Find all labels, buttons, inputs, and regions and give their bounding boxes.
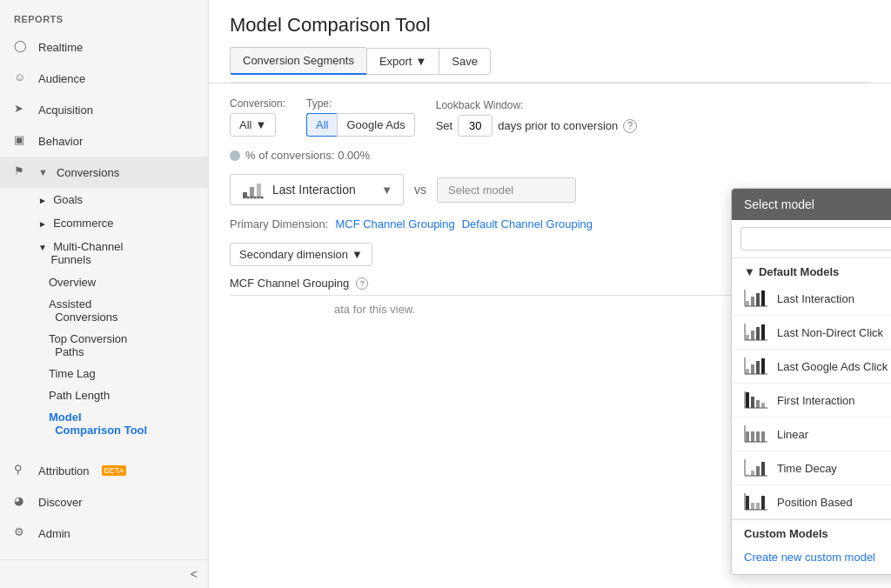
sidebar-subsub-timelag[interactable]: Time Lag [0, 363, 208, 384]
popup-item-first-interaction[interactable]: First Interaction 📋 [732, 384, 891, 418]
popup-item-time-decay[interactable]: Time Decay 📋 [732, 451, 891, 485]
svg-rect-17 [751, 331, 754, 340]
svg-point-5 [247, 197, 250, 199]
last-google-ads-icon [744, 357, 768, 376]
popup-item-last-google-ads[interactable]: Last Google Ads Click [732, 350, 891, 384]
sidebar-subsub-toppath[interactable]: Top Conversion Paths [0, 328, 208, 363]
model2-selector[interactable]: Select model [437, 177, 576, 203]
sidebar-subsub-overview[interactable]: Overview [0, 271, 208, 293]
popup-item-label: Last Google Ads Click [777, 360, 891, 373]
svg-rect-31 [761, 403, 765, 408]
svg-rect-2 [257, 184, 261, 197]
popup-item-position-based[interactable]: Position Based 📋 [732, 485, 891, 519]
dimension-label: Primary Dimension: [230, 217, 328, 231]
sidebar-subsub-pathlength[interactable]: Path Length [0, 384, 208, 406]
create-custom-model-link[interactable]: Create new custom model [732, 544, 891, 574]
filters-row: Conversion: All ▼ Type: All Google Ads L… [230, 97, 870, 137]
sidebar-item-behavior[interactable]: ▣ Behavior [0, 125, 208, 157]
sidebar-item-label: Audience [38, 72, 85, 85]
svg-rect-16 [746, 335, 749, 340]
svg-rect-10 [746, 301, 749, 306]
svg-rect-34 [746, 431, 749, 442]
conversion-segments-button[interactable]: Conversion Segments [230, 47, 366, 75]
position-based-icon [744, 492, 768, 511]
custom-models-label: Custom Models [732, 519, 891, 544]
sidebar-bottom: < [0, 559, 208, 588]
popup-item-last-non-direct[interactable]: Last Non-Direct Click 📋 [732, 316, 891, 350]
popup-item-last-interaction[interactable]: Last Interaction 📋 [732, 282, 891, 316]
svg-rect-30 [756, 400, 760, 408]
popup-item-label: Time Decay [777, 462, 891, 475]
percent-row: % of conversions: 0.00% [230, 149, 870, 162]
popup-item-label: Last Interaction [777, 292, 891, 305]
svg-rect-28 [746, 392, 749, 408]
collapse-arrow-icon: ▼ [744, 265, 755, 278]
flag-icon: ⚑ [14, 164, 30, 180]
sidebar-item-conversions[interactable]: ⚑ ▼ Conversions [0, 157, 208, 188]
percent-dot [230, 150, 240, 161]
help-icon[interactable]: ? [623, 119, 637, 133]
sidebar-item-label: Admin [38, 527, 70, 540]
sidebar-collapse-button[interactable]: < [0, 560, 208, 588]
sidebar-item-admin[interactable]: ⚙ Admin [0, 518, 208, 549]
person-icon: ☺ [14, 70, 30, 86]
sidebar-item-realtime[interactable]: ◯ Realtime [0, 31, 208, 63]
sidebar-sub-multichannel[interactable]: ▼ Multi-Channel Funnels [0, 235, 208, 271]
last-interaction-icon [744, 289, 768, 308]
save-button[interactable]: Save [439, 48, 491, 75]
default-channel-link[interactable]: Default Channel Grouping [462, 217, 593, 231]
main-header: Model Comparison Tool Conversion Segment… [209, 0, 891, 84]
sidebar-item-label: Behavior [38, 135, 83, 148]
conversion-dropdown[interactable]: All ▼ [230, 113, 276, 137]
time-decay-icon [744, 458, 768, 478]
svg-rect-37 [761, 431, 765, 442]
page-title: Model Comparison Tool [230, 14, 870, 37]
vs-label: vs [414, 183, 426, 197]
toolbar: Conversion Segments Export ▼ Save [230, 47, 870, 75]
chevron-down-icon: ▼ [255, 118, 266, 131]
layout-icon: ▣ [14, 133, 30, 149]
table-help-icon[interactable]: ? [356, 277, 368, 290]
lookback-prefix: Set [436, 119, 453, 132]
popup-item-linear[interactable]: Linear 📋 [732, 418, 891, 451]
sidebar-item-audience[interactable]: ☺ Audience [0, 63, 208, 94]
svg-rect-49 [761, 496, 765, 510]
model1-name: Last Interaction [272, 183, 356, 197]
svg-rect-36 [756, 431, 760, 442]
svg-point-6 [251, 197, 253, 199]
secondary-dimension-button[interactable]: Secondary dimension ▼ [230, 243, 372, 266]
sidebar-item-acquisition[interactable]: ➤ Acquisition [0, 94, 208, 125]
type-label: Type: [306, 97, 415, 110]
first-interaction-icon [744, 391, 768, 410]
lookback-suffix: days prior to conversion [498, 119, 618, 132]
sidebar-item-label: Attribution [38, 464, 90, 478]
export-button[interactable]: Export ▼ [366, 48, 439, 75]
sidebar-subsub-modelcomp[interactable]: Model Comparison Tool [0, 406, 208, 441]
sidebar-sub-ecommerce[interactable]: ► Ecommerce [0, 211, 208, 235]
sidebar-item-attribution[interactable]: ⚲ Attribution BETA [0, 455, 208, 486]
clock-icon: ◯ [14, 39, 30, 55]
sidebar-sub-goals[interactable]: ► Goals [0, 188, 208, 211]
model1-selector[interactable]: Last Interaction ▼ [230, 174, 404, 205]
svg-rect-46 [746, 496, 749, 510]
attribution-badge: BETA [102, 465, 127, 476]
acquisition-icon: ➤ [14, 102, 30, 117]
sidebar-subsub-assisted[interactable]: Assisted Conversions [0, 293, 208, 328]
popup-search-input[interactable] [740, 227, 891, 251]
svg-rect-25 [761, 358, 765, 374]
default-models-section: ▼ Default Models [732, 258, 891, 282]
attribution-icon: ⚲ [14, 463, 30, 478]
type-all-button[interactable]: All [306, 113, 337, 137]
svg-rect-19 [761, 324, 765, 340]
mcf-channel-link[interactable]: MCF Channel Grouping [335, 217, 454, 231]
sidebar-item-discover[interactable]: ◕ Discover [0, 486, 208, 518]
conversion-filter: Conversion: All ▼ [230, 97, 285, 137]
svg-rect-22 [746, 369, 749, 374]
type-google-ads-button[interactable]: Google Ads [337, 113, 414, 137]
svg-rect-41 [751, 471, 754, 476]
model1-icon [241, 180, 265, 199]
linear-icon [744, 424, 768, 444]
svg-rect-13 [761, 291, 765, 306]
chevron-down-icon: ▼ [381, 184, 392, 197]
lookback-input[interactable] [458, 115, 492, 137]
